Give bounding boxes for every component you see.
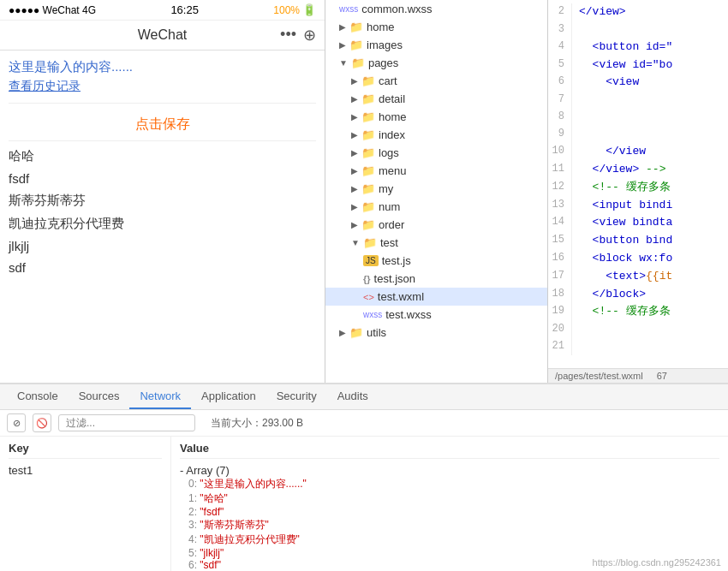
phone-save-button[interactable]: 点击保存 — [9, 109, 316, 141]
filetree-folder-detail[interactable]: ▶ 📁 detail — [325, 90, 547, 108]
line-number: 11 — [548, 161, 572, 179]
folder-icon: 📁 — [349, 39, 363, 51]
line-code: </view — [579, 143, 646, 161]
code-line-9: 9 — [548, 126, 728, 143]
key-row: test1 — [9, 464, 162, 477]
code-line-12: 12 <!-- 缓存多条 — [548, 179, 728, 197]
arrow-icon: ▶ — [351, 76, 358, 86]
folder-icon: 📁 — [361, 182, 375, 195]
filetree-folder-num[interactable]: ▶ 📁 num — [325, 198, 547, 216]
filetree-label: home — [367, 21, 395, 33]
phone-panel: ●●●●● WeChat 4G 16:25 100% 🔋 WeChat ••• … — [0, 0, 325, 383]
folder-icon: 📁 — [361, 146, 375, 159]
filetree-label: images — [367, 39, 403, 51]
tab-security[interactable]: Security — [266, 384, 327, 409]
code-line-19: 19 <!-- 缓存多条 — [548, 303, 728, 321]
code-line-14: 14 <view bindta — [548, 214, 728, 232]
filetree-folder-logs[interactable]: ▶ 📁 logs — [325, 144, 547, 162]
watermark: https://blog.csdn.ng295242361 — [593, 557, 721, 568]
arrow-icon: ▶ — [339, 40, 346, 50]
filetree-label: utils — [367, 326, 386, 339]
filetree-file-test-wxml[interactable]: <> test.wxml — [325, 288, 547, 306]
tab-sources[interactable]: Sources — [69, 384, 130, 409]
line-code: </block> — [579, 286, 646, 304]
filter-input[interactable] — [58, 414, 195, 431]
tab-network[interactable]: Network — [129, 384, 191, 409]
list-item: 凯迪拉克积分代理费 — [9, 214, 316, 234]
stop-icon-btn[interactable]: 🚫 — [33, 413, 51, 432]
arrow-icon: ▼ — [351, 238, 360, 247]
line-code: <button bind — [579, 232, 672, 250]
line-code: <!-- 缓存多条 — [579, 179, 671, 197]
code-line-3: 3 — [548, 21, 728, 39]
list-item: 哈哈 — [9, 146, 316, 166]
bottom-data-area: Key test1 Value - Array (7) 0: "这里是输入的内容… — [0, 437, 728, 571]
filetree-folder-test[interactable]: ▼ 📁 test — [325, 234, 547, 252]
filetree-folder-menu[interactable]: ▶ 📁 menu — [325, 162, 547, 180]
line-number: 5 — [548, 57, 572, 74]
arrow-icon: ▶ — [351, 166, 358, 175]
phone-input-text: 这里是输入的内容...... — [9, 59, 316, 75]
filetree-file-test-json[interactable]: {} test.json — [325, 270, 547, 288]
filetree-folder-home[interactable]: ▶ 📁 home — [325, 18, 547, 36]
val-item-1: 1: "哈哈" — [188, 491, 719, 506]
line-code: </view> --> — [579, 161, 665, 179]
filetree-file-common-wxss[interactable]: wxss common.wxss — [325, 0, 547, 18]
filetree-file-test-wxss[interactable]: wxss test.wxss — [325, 306, 547, 324]
bottom-panel: Console Sources Network Application Secu… — [0, 383, 728, 571]
folder-icon: 📁 — [349, 21, 363, 33]
phone-history-link[interactable]: 查看历史记录 — [9, 79, 316, 94]
tab-application[interactable]: Application — [191, 384, 266, 409]
editor-content[interactable]: 2 </view> 3 4 <button id=" 5 <view id="b… — [548, 0, 728, 368]
arrow-icon: ▶ — [339, 22, 346, 32]
dots-icon[interactable]: ••• — [280, 26, 296, 45]
filetree-folder-cart[interactable]: ▶ 📁 cart — [325, 72, 547, 90]
filetree-folder-index[interactable]: ▶ 📁 index — [325, 126, 547, 144]
phone-content: 这里是输入的内容...... 查看历史记录 点击保存 哈哈 fsdf 斯蒂芬斯蒂… — [0, 51, 325, 383]
value-area: - Array (7) 0: "这里是输入的内容......" 1: "哈哈" … — [180, 464, 719, 571]
code-line-21: 21 — [548, 338, 728, 355]
filetree-folder-pages[interactable]: ▼ 📁 pages — [325, 54, 547, 72]
main-area: ●●●●● WeChat 4G 16:25 100% 🔋 WeChat ••• … — [0, 0, 728, 383]
line-code: <button id=" — [579, 39, 672, 57]
col-val-header: Value — [180, 442, 719, 459]
phone-divider — [9, 103, 316, 104]
add-icon[interactable]: ⊕ — [303, 26, 316, 45]
code-line-6: 6 <view — [548, 74, 728, 92]
filetree-label: test.json — [374, 272, 415, 285]
line-code: <view — [579, 74, 639, 92]
filetree-file-test-js[interactable]: JS test.js — [325, 252, 547, 270]
arrow-icon: ▶ — [351, 130, 358, 140]
arrow-icon: ▶ — [351, 220, 358, 229]
line-number: 14 — [548, 214, 572, 232]
phone-list: 哈哈 fsdf 斯蒂芬斯蒂芬 凯迪拉克积分代理费 jlkjlj sdf — [9, 146, 316, 277]
arrow-icon: ▶ — [351, 202, 358, 211]
filetree-panel: wxss common.wxss ▶ 📁 home ▶ 📁 images ▼ 📁… — [325, 0, 548, 383]
filetree-folder-order[interactable]: ▶ 📁 order — [325, 216, 547, 234]
folder-icon: 📁 — [361, 92, 375, 105]
data-col-key: Key test1 — [0, 437, 171, 571]
filetree-folder-home2[interactable]: ▶ 📁 home — [325, 108, 547, 126]
line-code: <input bindi — [579, 197, 672, 215]
filetree-label: my — [379, 182, 393, 195]
list-item: fsdf — [9, 170, 316, 187]
filetree-label: home — [379, 110, 407, 123]
arrow-icon: ▶ — [339, 328, 346, 337]
code-line-17: 17 <text>{{it — [548, 268, 728, 286]
bottom-toolbar: ⊘ 🚫 当前大小：293.00 B — [0, 410, 728, 437]
filetree-folder-utils[interactable]: ▶ 📁 utils — [325, 324, 547, 342]
line-number: 13 — [548, 197, 572, 215]
block-icon-btn[interactable]: ⊘ — [7, 413, 26, 432]
filetree-label: order — [379, 218, 404, 231]
code-line-5: 5 <view id="bo — [548, 57, 728, 74]
filetree-folder-images[interactable]: ▶ 📁 images — [325, 36, 547, 54]
tab-audits[interactable]: Audits — [327, 384, 379, 409]
filetree-label: test.wxss — [385, 308, 431, 321]
bottom-tabs: Console Sources Network Application Secu… — [0, 384, 728, 410]
folder-icon: 📁 — [351, 57, 365, 69]
tab-console[interactable]: Console — [7, 384, 69, 409]
line-number: 12 — [548, 179, 572, 197]
filetree-folder-my[interactable]: ▶ 📁 my — [325, 180, 547, 198]
line-number: 3 — [548, 21, 572, 39]
list-item: 斯蒂芬斯蒂芬 — [9, 191, 316, 211]
